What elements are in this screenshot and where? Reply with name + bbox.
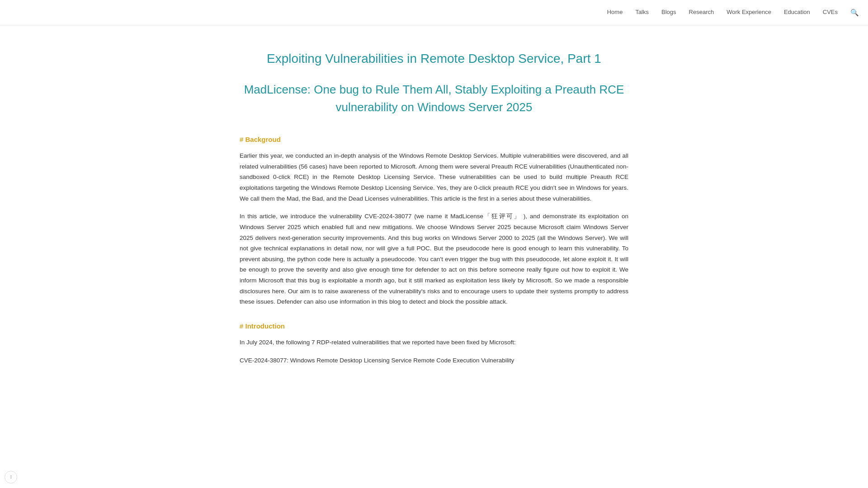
nav-work-experience[interactable]: Work Experience [726,8,771,17]
nav-education[interactable]: Education [784,8,810,17]
paragraph-1: Earlier this year, we conducted an in-de… [240,150,628,204]
section-background-heading: # Backgroud [240,134,628,145]
main-title: Exploiting Vulnerabilities in Remote Des… [240,50,628,67]
section-introduction-heading: # Introduction [240,321,628,332]
nav-research[interactable]: Research [689,8,714,17]
nav-cves[interactable]: CVEs [823,8,838,17]
nav-home[interactable]: Home [607,8,623,17]
paragraph-2: In this article, we introduce the vulner… [240,211,628,307]
subtitle: MadLicense: One bug to Rule Them All, St… [240,81,628,116]
search-icon[interactable]: 🔍 [850,7,859,18]
main-content: Exploiting Vulnerabilities in Remote Des… [231,0,637,391]
bullet-1: CVE-2024-38077: Windows Remote Desktop L… [240,355,628,366]
navbar: Home Talks Blogs Research Work Experienc… [0,0,868,25]
nav-talks[interactable]: Talks [635,8,649,17]
nav-blogs[interactable]: Blogs [661,8,676,17]
paragraph-3: In July 2024, the following 7 RDP-relate… [240,337,628,348]
